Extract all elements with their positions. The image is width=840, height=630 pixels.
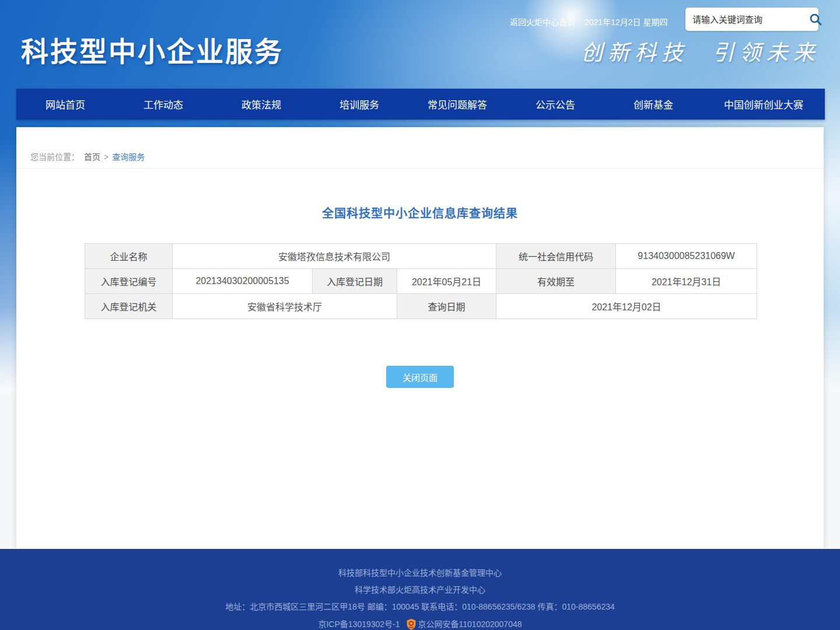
page-footer: 科技部科技型中小企业技术创新基金管理中心 科学技术部火炬高技术产业开发中心 地址… <box>0 549 840 630</box>
company-name-label: 企业名称 <box>85 244 173 269</box>
site-logo[interactable]: 科技型中小企业服务 <box>21 29 284 69</box>
reg-date-value: 2021年05月21日 <box>397 269 496 294</box>
search-icon[interactable] <box>808 12 822 27</box>
reg-authority-value: 安徽省科学技术厅 <box>173 294 397 319</box>
credit-code-label: 统一社会信用代码 <box>496 244 616 269</box>
footer-org-line-2: 科学技术部火炬高技术产业开发中心 <box>0 584 840 595</box>
reg-number-value: 202134030200005135 <box>173 269 313 294</box>
footer-registration-line: 京ICP备13019302号-1 京公网安备11010202007048 <box>0 618 840 630</box>
police-emblem-icon <box>406 618 416 630</box>
content-card: 您当前位置：首页>查询服务 全国科技型中小企业信息库查询结果 企业名称 安徽塔孜… <box>16 127 824 549</box>
reg-number-label: 入库登记编号 <box>85 269 173 294</box>
breadcrumb-home-link[interactable]: 首页 <box>84 152 100 162</box>
valid-until-value: 2021年12月31日 <box>616 269 757 294</box>
icp-record-link[interactable]: 京ICP备13019302号-1 <box>318 620 400 629</box>
nav-item-policies[interactable]: 政策法规 <box>212 89 310 120</box>
nav-item-announcements[interactable]: 公示公告 <box>506 89 604 120</box>
valid-until-label: 有效期至 <box>496 269 616 294</box>
nav-item-work-news[interactable]: 工作动态 <box>114 89 212 120</box>
main-nav: 网站首页 工作动态 政策法规 培训服务 常见问题解答 公示公告 创新基金 中国创… <box>16 89 825 120</box>
nav-item-faq[interactable]: 常见问题解答 <box>408 89 506 120</box>
search-input[interactable] <box>692 15 808 24</box>
credit-code-value: 91340300085231069W <box>616 244 757 269</box>
breadcrumb-separator: > <box>104 152 108 162</box>
current-date: 2021年12月2日 星期四 <box>584 16 667 27</box>
query-date-value: 2021年12月02日 <box>496 294 757 319</box>
footer-address-line: 地址：北京市西城区三里河二区甲18号 邮编：100045 联系电话：010-88… <box>0 601 840 612</box>
nav-item-home[interactable]: 网站首页 <box>16 89 114 120</box>
breadcrumb-current-link[interactable]: 查询服务 <box>112 152 145 162</box>
reg-authority-label: 入库登记机关 <box>85 294 173 319</box>
nav-item-innovation-fund[interactable]: 创新基金 <box>604 89 702 120</box>
table-row-registration: 入库登记编号 202134030200005135 入库登记日期 2021年05… <box>85 269 757 294</box>
nav-item-training[interactable]: 培训服务 <box>310 89 408 120</box>
table-row-company: 企业名称 安徽塔孜信息技术有限公司 统一社会信用代码 9134030008523… <box>85 244 757 269</box>
breadcrumb: 您当前位置：首页>查询服务 <box>30 150 145 162</box>
close-page-button[interactable]: 关闭页面 <box>386 366 454 388</box>
public-security-record-link[interactable]: 京公网安备11010202007048 <box>418 620 522 629</box>
search-box[interactable] <box>685 8 818 31</box>
company-name-value: 安徽塔孜信息技术有限公司 <box>173 244 496 269</box>
site-slogan: 创新科技 引领未来 <box>581 35 820 66</box>
back-to-torch-center-link[interactable]: 返回火炬中心首页 <box>510 16 575 27</box>
query-date-label: 查询日期 <box>397 294 496 319</box>
footer-org-line-1: 科技部科技型中小企业技术创新基金管理中心 <box>0 549 840 578</box>
table-row-authority: 入库登记机关 安徽省科学技术厅 查询日期 2021年12月02日 <box>85 294 757 319</box>
breadcrumb-prefix: 您当前位置： <box>30 152 79 162</box>
page: 科技型中小企业服务 返回火炬中心首页 2021年12月2日 星期四 创新科技 引… <box>0 0 840 630</box>
page-title: 全国科技型中小企业信息库查询结果 <box>16 204 824 221</box>
breadcrumb-divider <box>16 168 824 169</box>
reg-date-label: 入库登记日期 <box>313 269 397 294</box>
nav-item-competition[interactable]: 中国创新创业大赛 <box>702 89 825 120</box>
query-result-table: 企业名称 安徽塔孜信息技术有限公司 统一社会信用代码 9134030008523… <box>85 243 757 319</box>
